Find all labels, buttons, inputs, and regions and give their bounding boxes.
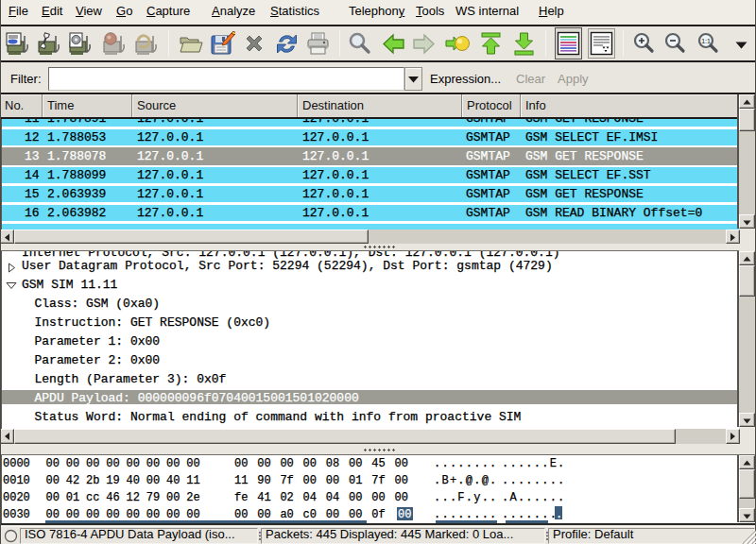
svg-text:1:1: 1:1 — [701, 38, 711, 44]
